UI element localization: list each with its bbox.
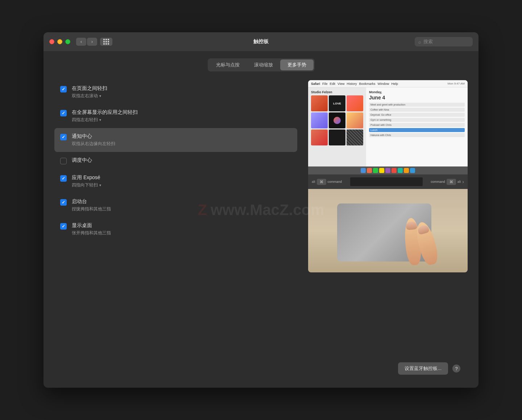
launchpad-checkbox[interactable]: ✓ [60,199,67,206]
right-alt-label: alt [457,180,461,184]
back-button[interactable]: ‹ [76,38,86,46]
app-expose-subtitle: 四指向下轻扫 ▾ [72,182,101,188]
left-command-label: command [328,180,342,184]
launchpad-title: 启动台 [72,198,111,205]
keyboard-bar: alt ⌘ command command ⌘ alt › [308,174,468,189]
preview-area: Safari File Edit View History Bookmarks … [308,80,468,357]
search-icon: ⌕ [418,39,421,45]
control-center-title: 调度中心 [72,157,92,164]
hand-gesture-icon [388,200,446,265]
window-title: 触控板 [253,38,269,45]
nav-buttons: ‹ › [76,38,97,46]
app-expose-checkbox[interactable]: ✓ [60,175,67,182]
show-desktop-subtitle: 张开拇指和其他三指 [72,230,111,236]
minimize-button[interactable] [57,39,62,44]
command-symbol-left: ⌘ [317,179,326,185]
chevron-down-icon[interactable]: ▾ [99,183,101,187]
launchpad-subtitle: 捏拢拇指和其他三指 [72,206,111,212]
swipe-fullscreen-subtitle: 四指左右轻扫 ▾ [72,117,138,123]
app-expose-title: 应用 Exposé [72,174,101,181]
settings-list: ✓ 在页面之间轻扫 双指左右滚动 ▾ ✓ [54,80,297,357]
tab-bar: 光标与点按 滚动缩放 更多手势 [208,58,315,71]
right-arrow-icon: › [462,179,464,185]
close-button[interactable] [49,39,54,44]
search-box[interactable]: ⌕ 搜索 [415,37,473,46]
preferences-window: ‹ › 触控板 ⌕ 搜索 光标与点按 滚动缩放 更多手势 [44,32,478,388]
list-item: ✓ 通知中心 双指从右边缘向左轻扫 [54,128,297,152]
list-item: ✓ 在全屏幕显示的应用之间轻扫 四指左右轻扫 ▾ [54,104,297,128]
bottom-bar: 设置蓝牙触控板... ? [54,357,468,380]
help-button[interactable]: ? [452,365,460,372]
show-desktop-checkbox[interactable]: ✓ [60,223,67,230]
search-placeholder: 搜索 [423,38,433,45]
list-item: ✓ 应用 Exposé 四指向下轻扫 ▾ [54,169,297,193]
command-symbol-right: ⌘ [447,179,456,185]
traffic-lights [49,39,70,44]
swipe-pages-title: 在页面之间轻扫 [72,85,107,92]
left-alt-label: alt [312,180,315,184]
chevron-down-icon[interactable]: ▾ [99,94,101,98]
tab-scroll[interactable]: 滚动缩放 [247,59,280,70]
chevron-down-icon[interactable]: ▾ [99,118,101,122]
titlebar: ‹ › 触控板 ⌕ 搜索 [44,32,478,51]
show-desktop-title: 显示桌面 [72,222,111,229]
trackpad-image [308,189,468,272]
gesture-preview-screenshot: Safari File Edit View History Bookmarks … [308,80,468,174]
list-item: ✓ 在页面之间轻扫 双指左右滚动 ▾ [54,80,297,104]
notification-center-subtitle: 双指从右边缘向左轻扫 [72,141,115,147]
grid-dots-icon [103,39,109,45]
list-item: ✓ 启动台 捏拢拇指和其他三指 [54,193,297,217]
swipe-pages-checkbox[interactable]: ✓ [60,86,67,92]
main-area: ✓ 在页面之间轻扫 双指左右滚动 ▾ ✓ [54,80,468,357]
space-bar [350,177,423,186]
control-center-checkbox[interactable] [60,158,67,164]
swipe-pages-subtitle: 双指左右滚动 ▾ [72,93,107,99]
swipe-fullscreen-title: 在全屏幕显示的应用之间轻扫 [72,109,138,116]
grid-view-button[interactable] [100,38,112,46]
forward-button[interactable]: › [87,38,97,46]
tab-cursor[interactable]: 光标与点按 [209,59,247,70]
maximize-button[interactable] [65,39,70,44]
list-item: 调度中心 [54,152,297,169]
content-area: 光标与点按 滚动缩放 更多手势 ✓ 在页面之间轻扫 双指左右滚动 ▾ [44,51,478,388]
notification-center-checkbox[interactable]: ✓ [60,134,67,140]
right-command-label: command [431,180,445,184]
tab-gestures[interactable]: 更多手势 [280,59,314,70]
bluetooth-trackpad-button[interactable]: 设置蓝牙触控板... [398,362,448,375]
list-item: ✓ 显示桌面 张开拇指和其他三指 [54,217,297,241]
swipe-fullscreen-checkbox[interactable]: ✓ [60,110,67,116]
notification-center-title: 通知中心 [72,133,115,140]
